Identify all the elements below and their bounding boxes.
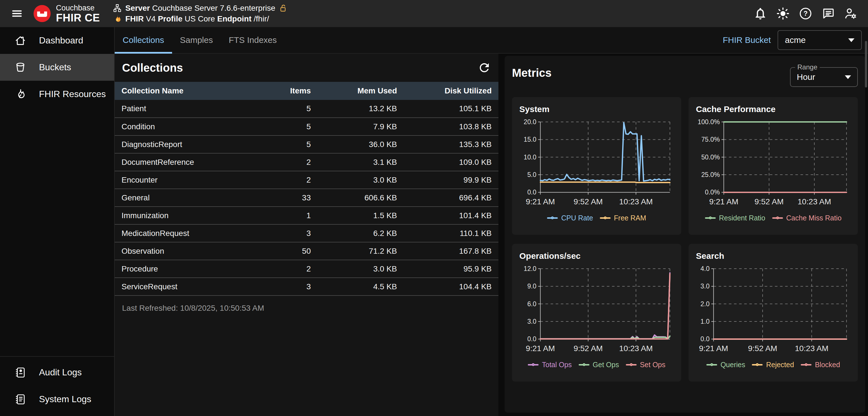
legend-item-total-ops[interactable]: Total Ops bbox=[528, 361, 572, 369]
cell: MedicationRequest bbox=[115, 224, 257, 242]
series-free-ram bbox=[540, 182, 670, 183]
svg-text:10:23 AM: 10:23 AM bbox=[795, 344, 829, 353]
tab-fts-indexes[interactable]: FTS Indexes bbox=[221, 27, 284, 53]
legend-item-blocked[interactable]: Blocked bbox=[801, 361, 840, 369]
chart-card-system: System0.05.010.015.020.09:21 AM9:52 AM10… bbox=[512, 97, 681, 235]
cell: 167.8 KB bbox=[404, 242, 498, 260]
theme-button[interactable] bbox=[776, 6, 790, 21]
legend-item-get-ops[interactable]: Get Ops bbox=[579, 361, 619, 369]
unlock-icon bbox=[279, 3, 288, 13]
user-settings-button[interactable] bbox=[844, 6, 858, 21]
svg-text:12.0: 12.0 bbox=[524, 265, 536, 272]
series-cpu-rate bbox=[540, 123, 670, 181]
cell: 33 bbox=[257, 189, 318, 207]
table-row[interactable]: Immunization11.5 KB101.4 KB bbox=[115, 207, 498, 224]
chart-card-cache-performance: Cache Performance0.0%25.0%50.0%75.0%100.… bbox=[689, 97, 858, 235]
brand-text: Couchbase FHIR CE bbox=[56, 4, 100, 24]
svg-text:0.0: 0.0 bbox=[701, 335, 710, 343]
sidebar-item-audit-logs[interactable]: Audit Logs bbox=[0, 359, 114, 386]
scrollbar-thumb[interactable] bbox=[865, 41, 867, 88]
help-button[interactable]: ? bbox=[799, 6, 813, 21]
svg-text:9:52 AM: 9:52 AM bbox=[574, 197, 603, 206]
menu-button[interactable] bbox=[8, 5, 25, 22]
cell: 3 bbox=[257, 278, 318, 296]
last-refreshed: Last Refreshed: 10/8/2025, 10:50:53 AM bbox=[115, 296, 498, 321]
chart-legend: Total Ops Get Ops Set Ops bbox=[519, 361, 674, 369]
cell: DocumentReference bbox=[115, 153, 257, 171]
legend-marker-icon bbox=[547, 217, 558, 219]
legend-label: Resident Ratio bbox=[719, 214, 766, 222]
svg-text:9:21 AM: 9:21 AM bbox=[709, 197, 738, 206]
cell: 1.5 KB bbox=[318, 207, 404, 224]
sidebar-item-buckets[interactable]: Buckets bbox=[0, 54, 114, 81]
svg-text:9:21 AM: 9:21 AM bbox=[699, 344, 728, 353]
app-root: Couchbase FHIR CE Server Couchbase Serve… bbox=[0, 0, 868, 416]
legend-item-cache-miss-ratio[interactable]: Cache Miss Ratio bbox=[772, 214, 842, 222]
table-row[interactable]: ServiceRequest34.5 KB104.4 KB bbox=[115, 278, 498, 296]
bucket-selector: FHIR Bucket acme bbox=[723, 30, 868, 50]
table-row[interactable]: Procedure23.0 KB95.9 KB bbox=[115, 260, 498, 278]
sidebar-item-label: Buckets bbox=[39, 62, 71, 73]
legend-item-cpu-rate[interactable]: CPU Rate bbox=[547, 214, 593, 222]
tab-samples[interactable]: Samples bbox=[172, 27, 221, 53]
cell: 110.1 KB bbox=[404, 224, 498, 242]
feedback-button[interactable] bbox=[821, 6, 835, 21]
chart-area: 0.03.06.09.012.09:21 AM9:52 AM10:23 AM bbox=[519, 264, 674, 358]
cell: 109.0 KB bbox=[404, 153, 498, 171]
table-row[interactable]: General33606.6 KB696.4 KB bbox=[115, 189, 498, 207]
svg-text:3.0: 3.0 bbox=[527, 318, 536, 325]
chart-plot: 0.05.010.015.020.09:21 AM9:52 AM10:23 AM bbox=[519, 117, 674, 211]
fhir-bucket-select[interactable]: acme bbox=[778, 30, 862, 50]
svg-text:15.0: 15.0 bbox=[524, 136, 536, 143]
sidebar-item-label: System Logs bbox=[39, 394, 91, 405]
legend-item-free-ram[interactable]: Free RAM bbox=[600, 214, 646, 222]
range-select[interactable]: Range Hour bbox=[790, 67, 858, 87]
legend-item-resident-ratio[interactable]: Resident Ratio bbox=[705, 214, 766, 222]
sidebar-item-fhir-resources[interactable]: FHIR Resources bbox=[0, 81, 114, 107]
legend-item-rejected[interactable]: Rejected bbox=[752, 361, 794, 369]
svg-text:9:21 AM: 9:21 AM bbox=[526, 344, 555, 353]
table-row[interactable]: Encounter23.0 KB99.9 KB bbox=[115, 171, 498, 189]
table-row[interactable]: Condition57.9 KB103.8 KB bbox=[115, 118, 498, 135]
legend-marker-icon bbox=[752, 364, 763, 366]
table-row[interactable]: MedicationRequest36.2 KB110.1 KB bbox=[115, 224, 498, 242]
table-row[interactable]: DocumentReference23.1 KB109.0 KB bbox=[115, 153, 498, 171]
notifications-button[interactable] bbox=[753, 6, 767, 21]
legend-item-set-ops[interactable]: Set Ops bbox=[626, 361, 665, 369]
legend-marker-icon bbox=[626, 364, 637, 366]
cell: 5 bbox=[257, 118, 318, 135]
column-header: Disk Utilized bbox=[404, 82, 498, 100]
user-settings-icon bbox=[844, 17, 858, 22]
tab-collections[interactable]: Collections bbox=[115, 27, 172, 53]
table-row[interactable]: Observation5071.2 KB167.8 KB bbox=[115, 242, 498, 260]
svg-text:4.0: 4.0 bbox=[701, 265, 710, 272]
chart-area: 0.0%25.0%50.0%75.0%100.0%9:21 AM9:52 AM1… bbox=[696, 117, 850, 211]
sidebar-item-system-logs[interactable]: System Logs bbox=[0, 386, 114, 413]
table-row[interactable]: Patient513.2 KB105.1 KB bbox=[115, 100, 498, 118]
legend-marker-icon bbox=[772, 217, 783, 219]
cell: 696.4 KB bbox=[404, 189, 498, 207]
cell: 3 bbox=[257, 224, 318, 242]
collections-panel: Collections Collection NameItemsMem Used… bbox=[115, 54, 498, 416]
charts-grid: System0.05.010.015.020.09:21 AM9:52 AM10… bbox=[512, 97, 858, 382]
cell: 104.4 KB bbox=[404, 278, 498, 296]
cell: 105.1 KB bbox=[404, 100, 498, 118]
svg-text:9:52 AM: 9:52 AM bbox=[748, 344, 777, 353]
cell: 5 bbox=[257, 100, 318, 118]
legend-label: Blocked bbox=[815, 361, 840, 369]
header-info-row: Server Couchbase Server 7.6.6-enterprise bbox=[113, 3, 288, 13]
svg-text:25.0%: 25.0% bbox=[701, 171, 720, 178]
cell: DiagnosticReport bbox=[115, 135, 257, 153]
main-area: CollectionsSamplesFTS Indexes FHIR Bucke… bbox=[115, 27, 868, 416]
flame-outline-icon bbox=[14, 88, 27, 101]
refresh-button[interactable] bbox=[477, 61, 491, 74]
table-row[interactable]: DiagnosticReport536.0 KB135.3 KB bbox=[115, 135, 498, 153]
legend-label: Total Ops bbox=[542, 361, 572, 369]
legend-label: CPU Rate bbox=[561, 214, 593, 222]
column-header: Items bbox=[257, 82, 318, 100]
chart-title: Search bbox=[696, 251, 850, 261]
chart-area: 0.05.010.015.020.09:21 AM9:52 AM10:23 AM bbox=[519, 117, 674, 211]
legend-item-queries[interactable]: Queries bbox=[706, 361, 745, 369]
legend-label: Set Ops bbox=[640, 361, 665, 369]
sidebar-item-dashboard[interactable]: Dashboard bbox=[0, 27, 114, 54]
